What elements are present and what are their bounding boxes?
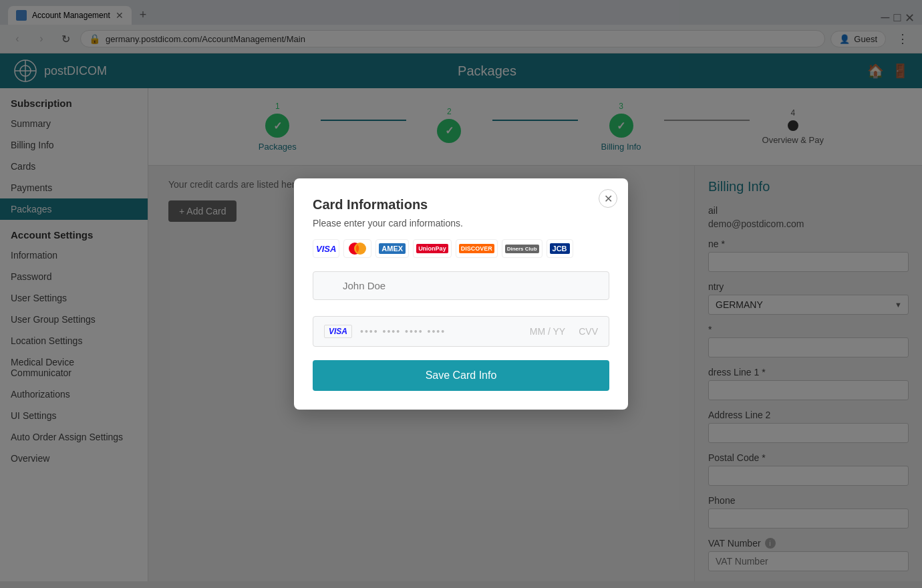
visa-badge: VISA bbox=[324, 325, 352, 338]
visa-card-icon: VISA bbox=[313, 239, 339, 258]
mastercard-icon bbox=[343, 239, 371, 258]
expiry-display: MM / YY bbox=[530, 326, 565, 337]
card-number-display: •••• •••• •••• •••• bbox=[360, 326, 522, 337]
save-card-button[interactable]: Save Card Info bbox=[313, 360, 609, 391]
svg-point-5 bbox=[354, 243, 366, 255]
jcb-icon: JCB bbox=[547, 239, 573, 258]
cvv-display: CVV bbox=[579, 326, 598, 337]
modal-subtitle: Please enter your card informations. bbox=[313, 218, 609, 229]
modal-close-button[interactable]: ✕ bbox=[599, 189, 617, 208]
modal-overlay[interactable]: ✕ Card Informations Please enter your ca… bbox=[0, 0, 922, 581]
card-number-wrapper: VISA •••• •••• •••• •••• MM / YY CVV bbox=[313, 316, 609, 347]
diners-icon: Diners Club bbox=[502, 239, 543, 258]
expiry-cvv-display: MM / YY CVV bbox=[530, 326, 598, 337]
unionpay-icon: UnionPay bbox=[413, 239, 452, 258]
discover-icon: DISCOVER bbox=[456, 239, 498, 258]
card-info-modal: ✕ Card Informations Please enter your ca… bbox=[294, 178, 628, 410]
card-icons-row: VISA AMEX UnionPay DISCOVER Diners Club … bbox=[313, 239, 609, 258]
cardholder-wrapper bbox=[313, 271, 609, 308]
modal-title: Card Informations bbox=[313, 197, 609, 212]
amex-icon: AMEX bbox=[375, 239, 409, 258]
cardholder-name-input[interactable] bbox=[313, 271, 609, 300]
